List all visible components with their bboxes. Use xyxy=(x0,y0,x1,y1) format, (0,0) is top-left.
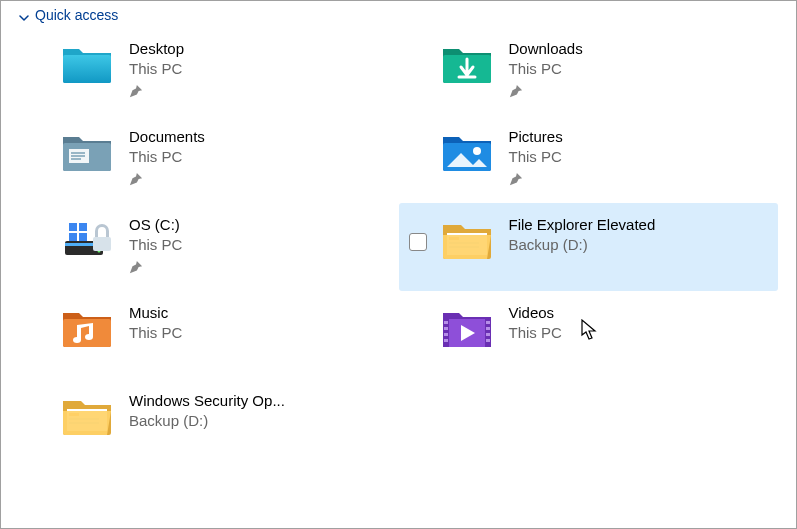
item-subtitle: This PC xyxy=(129,235,182,255)
svg-rect-12 xyxy=(69,223,77,231)
item-subtitle: This PC xyxy=(509,59,583,79)
svg-rect-29 xyxy=(486,321,490,324)
svg-rect-13 xyxy=(79,223,87,231)
svg-rect-16 xyxy=(93,237,111,251)
item-subtitle: This PC xyxy=(129,147,205,167)
folder-icon xyxy=(439,211,495,267)
svg-rect-26 xyxy=(444,327,448,330)
svg-rect-14 xyxy=(69,233,77,241)
svg-rect-28 xyxy=(444,339,448,342)
item-title: Downloads xyxy=(509,39,583,59)
item-subtitle: This PC xyxy=(129,59,184,79)
pin-icon xyxy=(129,172,205,191)
quick-access-item-file-explorer-elevated[interactable]: File Explorer Elevated Backup (D:) xyxy=(399,203,779,291)
item-title: Music xyxy=(129,303,182,323)
item-subtitle: This PC xyxy=(509,147,563,167)
svg-rect-21 xyxy=(63,319,111,347)
documents-folder-icon xyxy=(59,123,115,179)
pictures-folder-icon xyxy=(439,123,495,179)
svg-rect-0 xyxy=(63,55,111,83)
svg-rect-27 xyxy=(444,333,448,336)
item-title: File Explorer Elevated xyxy=(509,215,656,235)
section-title: Quick access xyxy=(35,7,118,23)
svg-rect-32 xyxy=(486,339,490,342)
desktop-folder-icon xyxy=(59,35,115,91)
pin-icon xyxy=(509,172,563,191)
quick-access-item-documents[interactable]: Documents This PC xyxy=(19,115,399,203)
quick-access-item-music[interactable]: Music This PC xyxy=(19,291,399,379)
svg-rect-30 xyxy=(486,327,490,330)
item-title: Desktop xyxy=(129,39,184,59)
quick-access-item-desktop[interactable]: Desktop This PC xyxy=(19,27,399,115)
svg-rect-25 xyxy=(444,321,448,324)
svg-point-8 xyxy=(473,147,481,155)
selection-checkbox[interactable] xyxy=(409,233,427,251)
item-subtitle: This PC xyxy=(509,323,562,343)
item-title: Videos xyxy=(509,303,562,323)
item-title: OS (C:) xyxy=(129,215,182,235)
item-title: Pictures xyxy=(509,127,563,147)
pin-icon xyxy=(129,84,184,103)
folder-icon xyxy=(59,387,115,443)
pin-icon xyxy=(509,84,583,103)
item-subtitle: Backup (D:) xyxy=(509,235,656,255)
svg-rect-15 xyxy=(79,233,87,241)
music-folder-icon xyxy=(59,299,115,355)
svg-rect-31 xyxy=(486,333,490,336)
quick-access-item-downloads[interactable]: Downloads This PC xyxy=(399,27,779,115)
videos-folder-icon xyxy=(439,299,495,355)
quick-access-item-videos[interactable]: Videos This PC xyxy=(399,291,779,379)
quick-access-item-windows-security-op[interactable]: Windows Security Op... Backup (D:) xyxy=(19,379,399,467)
quick-access-header[interactable]: Quick access xyxy=(1,1,796,27)
quick-access-item-os-c[interactable]: OS (C:) This PC xyxy=(19,203,399,291)
chevron-down-icon xyxy=(19,10,29,20)
quick-access-item-pictures[interactable]: Pictures This PC xyxy=(399,115,779,203)
downloads-folder-icon xyxy=(439,35,495,91)
os-drive-icon xyxy=(59,211,115,267)
item-title: Windows Security Op... xyxy=(129,391,285,411)
quick-access-grid: Desktop This PC Downloads This PC xyxy=(1,27,796,467)
item-subtitle: Backup (D:) xyxy=(129,411,285,431)
pin-icon xyxy=(129,260,182,279)
item-subtitle: This PC xyxy=(129,323,182,343)
item-title: Documents xyxy=(129,127,205,147)
